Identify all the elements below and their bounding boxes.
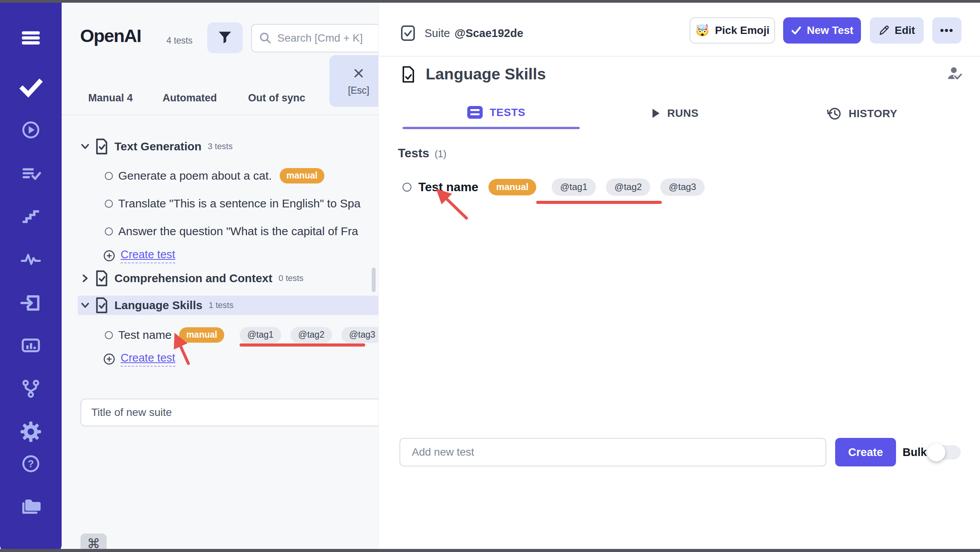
new-test-button[interactable]: New Test [783, 17, 861, 44]
create-button[interactable]: Create [835, 438, 896, 466]
suite-row-language-skills[interactable]: Language Skills 1 tests [79, 296, 233, 314]
test-row-test-name[interactable]: Test name manual @tag1 @tag2 @tag3 [105, 326, 379, 344]
test-row-answer[interactable]: Answer the question "What is the capital… [105, 222, 358, 241]
play-icon [652, 108, 660, 118]
suite-title-row: Language Skills [402, 65, 546, 83]
sign-in-icon[interactable] [20, 292, 42, 314]
suites-panel: OpenAI 4 tests [Esc] Manual 4 Automated … [62, 3, 379, 552]
new-test-label: New Test [807, 24, 854, 37]
manual-badge: manual [488, 179, 536, 195]
suite-row-text-generation[interactable]: Text Generation 3 tests [79, 138, 233, 155]
chevron-down-icon[interactable] [79, 299, 91, 311]
plus-circle-icon [103, 353, 115, 365]
tab-runs[interactable]: RUNS [652, 107, 698, 119]
scrollbar-thumb[interactable] [372, 268, 376, 292]
tab-label: RUNS [667, 107, 698, 119]
tag-pill: @tag3 [341, 327, 379, 343]
bar-chart-icon[interactable] [20, 335, 42, 356]
tag-pill: @tag3 [660, 178, 705, 196]
tab-history[interactable]: HISTORY [826, 106, 897, 121]
bulk-toggle-knob[interactable] [927, 443, 945, 461]
edit-button[interactable]: Edit [870, 17, 924, 44]
folder-icon[interactable] [20, 495, 42, 517]
chevron-right-icon[interactable] [79, 272, 91, 284]
filter-button[interactable] [207, 22, 243, 53]
list-check-icon[interactable] [20, 163, 41, 184]
pencil-icon [879, 25, 889, 36]
test-status-circle [105, 331, 113, 339]
suite-word: Suite [425, 27, 450, 40]
suite-row-comprehension[interactable]: Comprehension and Context 0 tests [79, 269, 304, 287]
bulk-toggle[interactable] [929, 445, 961, 459]
esc-key-hint: [Esc] [348, 85, 369, 96]
test-status-circle [105, 200, 113, 208]
tests-check-icon[interactable] [18, 75, 43, 100]
menu-icon[interactable] [19, 26, 43, 50]
more-options-button[interactable]: ••• [932, 17, 962, 44]
edit-label: Edit [895, 24, 915, 37]
annotation-arrow-right [436, 188, 472, 224]
tests-heading-count: (1) [435, 148, 446, 160]
assignee-person-check-icon[interactable] [946, 66, 962, 81]
help-circle-icon[interactable]: ? [21, 454, 41, 474]
screen-top-strip [0, 0, 980, 3]
total-tests-count: 4 tests [166, 35, 193, 46]
tab-automated[interactable]: Automated [163, 92, 217, 104]
suite-label: Comprehension and Context [114, 272, 272, 285]
new-suite-title-input[interactable] [81, 399, 379, 426]
suite-detail-panel: Suite @Scae192de 🤯 Pick Emoji New Test E… [379, 3, 980, 552]
suite-test-count: 0 tests [279, 273, 304, 283]
test-label: Generate a poem about a cat. [118, 169, 272, 182]
tab-out-of-sync[interactable]: Out of sync [248, 92, 305, 104]
add-new-test-input[interactable] [399, 438, 826, 466]
create-test-row-1[interactable]: Create test [103, 246, 175, 265]
icon-sidebar: ? [0, 3, 62, 552]
suite-label: Language Skills [114, 299, 202, 312]
play-circle-icon[interactable] [21, 120, 41, 140]
check-icon [791, 25, 802, 36]
test-status-circle [105, 227, 113, 236]
create-test-link[interactable]: Create test [121, 248, 175, 263]
close-search-esc-tooltip[interactable]: [Esc] [329, 55, 379, 107]
create-test-link[interactable]: Create test [121, 352, 175, 367]
tab-label: TESTS [490, 106, 525, 119]
tests-heading-label: Tests [398, 146, 429, 160]
suite-page-title: Language Skills [426, 65, 546, 83]
annotation-underline-tags-right [536, 201, 662, 204]
test-label: Translate "This is a sentence in English… [118, 197, 361, 210]
svg-text:?: ? [28, 458, 34, 470]
manual-badge: manual [280, 168, 325, 183]
test-status-circle [105, 172, 113, 180]
test-status-circle [403, 183, 411, 192]
pick-emoji-label: Pick Emoji [715, 24, 770, 37]
active-tab-underline [403, 127, 580, 129]
suites-panel-header: OpenAI 4 tests [Esc] Manual 4 Automated … [62, 3, 378, 115]
tab-manual[interactable]: Manual 4 [88, 92, 133, 104]
git-branch-icon[interactable] [20, 378, 41, 399]
activity-pulse-icon[interactable] [20, 249, 42, 270]
funnel-icon [218, 31, 232, 45]
tests-section-heading: Tests (1) [398, 146, 446, 160]
suite-test-count: 3 tests [208, 141, 233, 151]
chevron-down-icon[interactable] [79, 140, 91, 153]
plus-circle-icon [103, 250, 115, 262]
ellipsis-icon: ••• [940, 24, 953, 37]
test-row-translate[interactable]: Translate "This is a sentence in English… [105, 194, 361, 213]
test-row-poem[interactable]: Generate a poem about a cat. manual [105, 167, 324, 185]
annotation-arrow-left [171, 333, 198, 369]
app-window: ? OpenAI 4 tests [Esc] Manual 4 [0, 0, 980, 552]
tab-tests[interactable]: TESTS [467, 106, 525, 119]
suite-title-group: Suite @Scae192de [401, 25, 523, 41]
search-box[interactable] [251, 24, 379, 52]
create-test-row-2[interactable]: Create test [103, 350, 175, 368]
search-input[interactable] [277, 32, 378, 44]
settings-gear-icon[interactable] [20, 421, 42, 443]
exploding-head-emoji-icon: 🤯 [695, 25, 709, 36]
suite-detail-header: Suite @Scae192de 🤯 Pick Emoji New Test E… [379, 3, 980, 57]
history-clock-icon [826, 106, 842, 121]
pick-emoji-button[interactable]: 🤯 Pick Emoji [690, 17, 775, 44]
tag-pill: @tag1 [552, 178, 596, 196]
steps-icon[interactable] [20, 206, 41, 227]
suite-doc-icon [95, 297, 108, 313]
suite-detail-tabs: TESTS RUNS HISTORY [379, 106, 980, 125]
